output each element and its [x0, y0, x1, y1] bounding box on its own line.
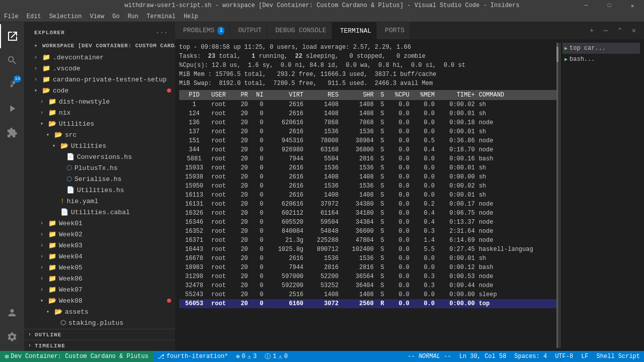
table-cell: 32478: [179, 281, 209, 290]
tree-item-week05[interactable]: › 📁 Week05: [24, 262, 175, 273]
terminal-tab-top[interactable]: ▶ top car...: [562, 43, 640, 54]
table-cell: 926980: [265, 145, 305, 154]
table-cell: 0: [250, 172, 266, 182]
account-activity-icon[interactable]: [0, 301, 24, 325]
tree-item-devcontainer[interactable]: › 📁 .devcontainer: [24, 52, 175, 63]
table-cell: 1536: [305, 127, 341, 136]
tree-item-week08[interactable]: ▾ 📂 Week08: [24, 295, 175, 306]
problems-warnings-label: 0: [284, 353, 288, 360]
table-cell: 0.3: [412, 227, 437, 236]
menu-file[interactable]: File: [0, 11, 23, 22]
table-cell: 56053: [179, 299, 209, 308]
menu-run[interactable]: Run: [124, 11, 143, 22]
tree-item-week03[interactable]: › 📁 Week03: [24, 240, 175, 251]
outline-section-header[interactable]: › OUTLINE: [24, 329, 175, 340]
mode-status-item[interactable]: -- NORMAL --: [404, 351, 455, 362]
menu-view[interactable]: View: [86, 11, 108, 22]
tree-item-week01[interactable]: › 📁 Week01: [24, 218, 175, 229]
tree-item-utilities-hs[interactable]: 📄 Utilities.hs: [24, 185, 175, 196]
tree-item-utilities[interactable]: ▾ 📂 Utilities: [24, 118, 175, 129]
workspace-root[interactable]: ▾ WORKSPACE [DEV CONTAINER: CUSTOM CARDA…: [24, 40, 175, 52]
yaml-file-icon: !: [60, 198, 64, 205]
problems-errors-label: 1: [273, 353, 276, 360]
menu-terminal[interactable]: Terminal: [142, 11, 180, 22]
table-cell: 0: [250, 163, 266, 172]
table-cell: 21.3g: [265, 236, 305, 245]
table-cell: 0: [250, 145, 266, 154]
close-button[interactable]: ✕: [621, 0, 644, 11]
tree-item-week07[interactable]: › 📁 Week07: [24, 284, 175, 295]
explorer-activity-icon[interactable]: [0, 24, 24, 48]
sidebar-more-button[interactable]: ···: [154, 28, 169, 38]
tree-item-staking-plutus[interactable]: ⬡ staking.plutus: [24, 317, 175, 328]
tree-item-src[interactable]: ▾ 📂 src: [24, 129, 175, 140]
close-panel-button[interactable]: ✕: [627, 24, 641, 38]
spaces-status-item[interactable]: Spaces: 4: [510, 351, 551, 362]
cursor-status-item[interactable]: Ln 30, Col 58: [455, 351, 511, 362]
table-cell: 20: [234, 236, 250, 245]
tree-item-utilities-cabal[interactable]: 📄 Utilities.cabal: [24, 207, 175, 218]
table-header-row: PID USER PR NI VIRT RES SHR S %CPU %MEM …: [179, 90, 556, 100]
minimize-button[interactable]: ─: [575, 0, 598, 11]
language-status-item[interactable]: Shell Script: [593, 351, 644, 362]
menu-help[interactable]: Help: [180, 11, 202, 22]
table-cell: 34384: [341, 218, 376, 227]
tree-item-hie-yaml[interactable]: ! hie.yaml: [24, 196, 175, 207]
search-activity-icon[interactable]: [0, 48, 24, 72]
source-control-activity-icon[interactable]: 14: [0, 72, 24, 97]
info-status-item[interactable]: ⓘ 1 ⚠ 0: [261, 351, 292, 362]
errors-status-item[interactable]: ⊗ 0 ⚠ 3: [232, 351, 261, 362]
maximize-button[interactable]: □: [598, 0, 621, 11]
table-cell: 0: [250, 227, 266, 236]
activitybar: 14: [0, 22, 24, 351]
settings-activity-icon[interactable]: [0, 325, 24, 349]
run-debug-activity-icon[interactable]: [0, 97, 24, 121]
tab-debug-console[interactable]: DEBUG CONSOLE: [267, 22, 332, 39]
tree-item-vscode[interactable]: › 📁 .vscode: [24, 63, 175, 74]
tree-item-assets[interactable]: ▾ 📂 assets: [24, 306, 175, 317]
table-cell: 20: [234, 100, 250, 109]
table-cell: sh: [477, 163, 556, 172]
tree-item-nix[interactable]: › 📁 nix: [24, 107, 175, 118]
table-cell: 136: [179, 118, 209, 127]
tree-item-week04[interactable]: › 📁 Week04: [24, 251, 175, 262]
tree-item-dist-newstyle[interactable]: › 📁 dist-newstyle: [24, 96, 175, 107]
spaces-label: Spaces: 4: [514, 353, 547, 360]
tab-terminal[interactable]: TERMINAL: [332, 22, 377, 39]
more-terminals-button[interactable]: ⋯: [599, 24, 613, 38]
tree-item-conversions[interactable]: 📄 Conversions.hs: [24, 151, 175, 162]
menu-go[interactable]: Go: [108, 11, 123, 22]
encoding-status-item[interactable]: UTF-8: [551, 351, 577, 362]
tree-item-serialise[interactable]: ⬡ Serialise.hs: [24, 173, 175, 185]
tree-item-cardano[interactable]: › 📁 cardano-private-testnet-setup: [24, 74, 175, 85]
tab-output[interactable]: OUTPUT: [230, 22, 267, 39]
tab-problems[interactable]: PROBLEMS 1: [175, 22, 230, 39]
timeline-section-header[interactable]: › TIMELINE: [24, 340, 175, 351]
tab-ports[interactable]: PORTS: [377, 22, 410, 39]
line-ending-status-item[interactable]: LF: [577, 351, 592, 362]
terminal-side-panel: ▶ top car... ▶ bash...: [559, 43, 640, 348]
menu-selection[interactable]: Selection: [45, 11, 86, 22]
tree-item-week02[interactable]: › 📁 Week02: [24, 229, 175, 240]
table-cell: root: [209, 127, 234, 136]
remote-indicator[interactable]: ⊞ Dev Container: Custom Cardano & Plutus: [0, 351, 153, 362]
table-cell: 20: [234, 245, 250, 254]
tree-item-utilities-folder[interactable]: ▾ 📂 Utilities: [24, 140, 175, 151]
table-cell: 620616: [265, 200, 305, 209]
table-cell: 0.0: [386, 127, 412, 136]
menu-edit[interactable]: Edit: [23, 11, 45, 22]
table-cell: 2616: [265, 172, 305, 182]
tab-output-label: OUTPUT: [238, 27, 262, 34]
tree-item-week06[interactable]: › 📁 Week06: [24, 273, 175, 284]
table-cell: 59504: [305, 218, 341, 227]
terminal-tab-bash[interactable]: ▶ bash...: [562, 54, 640, 65]
new-terminal-button[interactable]: +: [585, 24, 599, 38]
table-cell: S: [376, 254, 386, 263]
branch-status-item[interactable]: ⎇ fourth-iteration*: [153, 351, 232, 362]
tree-item-code[interactable]: ▾ 📂 code: [24, 85, 175, 96]
table-cell: 0:00.17: [437, 200, 477, 209]
tree-item-plutustx[interactable]: ⬡ PlutusTx.hs: [24, 162, 175, 173]
table-cell: 2616: [265, 109, 305, 118]
maximize-panel-button[interactable]: ⌃: [613, 24, 627, 38]
extensions-activity-icon[interactable]: [0, 121, 24, 145]
